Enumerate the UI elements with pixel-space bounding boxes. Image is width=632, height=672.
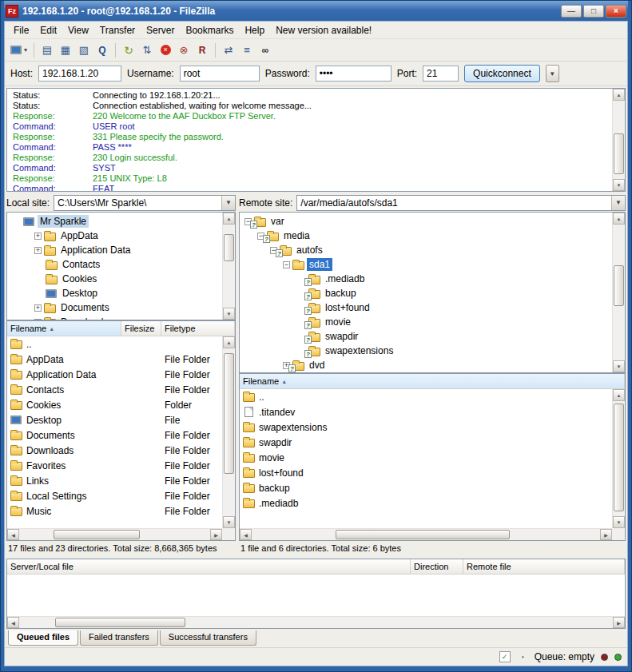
tree-item-backup[interactable]: ?backup [240,286,612,300]
tree-item-mediadb[interactable]: ?.mediadb [240,272,612,286]
menu-bookmarks[interactable]: Bookmarks [180,23,239,38]
find-files-button[interactable]: ∞ [256,42,274,59]
menu-help[interactable]: Help [239,23,270,38]
file-row[interactable]: ContactsFile Folder [7,382,222,397]
scroll-left-icon[interactable]: ◀ [7,529,19,540]
file-row[interactable]: movie [240,450,612,465]
tree-item-media[interactable]: −?media [240,229,612,243]
file-row[interactable]: swapextensions [240,420,612,435]
expander-icon[interactable]: + [34,304,42,312]
remote-list-hscrollbar[interactable]: ◀ ▶ [240,528,612,540]
scroll-left-icon[interactable]: ◀ [7,617,19,628]
remote-tree-toggle-button[interactable]: ▧ [75,42,93,59]
tree-item-appdata[interactable]: +AppData [7,229,222,243]
remote-tree-scrollbar[interactable]: ▲ ▼ [612,213,625,372]
expander-icon[interactable]: − [283,261,290,268]
tree-item-lost-found[interactable]: ?lost+found [240,300,612,315]
tree-item-documents[interactable]: +Documents [7,300,222,315]
tree-item-mr-sparkle[interactable]: Mr Sparkle [7,214,222,229]
tab-queued-files[interactable]: Queued files [8,630,78,646]
minimize-button[interactable]: — [561,5,582,18]
tree-item-movie[interactable]: ?movie [240,315,612,329]
tab-successful-transfers[interactable]: Successful transfers [160,630,256,646]
file-row[interactable]: DownloadsFile Folder [7,443,222,458]
scrollbar-thumb[interactable] [614,265,624,306]
scroll-down-icon[interactable]: ▼ [223,516,235,528]
file-row[interactable]: .mediadb [240,495,612,511]
local-site-combo[interactable]: C:\Users\Mr Sparkle\ ▼ [54,195,236,211]
scroll-right-icon[interactable]: ▶ [613,617,625,628]
menu-new-version[interactable]: New version available! [270,23,377,38]
port-input[interactable] [423,66,459,82]
queue-hscrollbar[interactable]: ◀ ▶ [7,616,625,628]
scroll-up-icon[interactable]: ▲ [223,336,235,348]
close-button[interactable]: × [606,5,626,18]
combo-arrow-icon[interactable]: ▼ [221,196,235,210]
reconnect-button[interactable]: R [193,42,211,59]
synchronized-browsing-button[interactable]: ≡ [238,42,256,59]
scrollbar-thumb[interactable] [224,353,234,474]
local-list-scrollbar[interactable]: ▲ ▼ [222,336,235,528]
file-row[interactable]: .titandev [240,404,612,420]
column-header-remote-file[interactable]: Remote file [463,559,625,574]
menu-transfer[interactable]: Transfer [94,23,141,38]
file-row[interactable]: LinksFile Folder [7,473,222,488]
remote-list-scrollbar[interactable]: ▲ ▼ [612,389,625,528]
scrollbar-thumb[interactable] [614,404,624,511]
scroll-up-icon[interactable]: ▲ [613,89,625,101]
password-input[interactable] [316,66,392,82]
scrollbar-thumb[interactable] [224,234,234,260]
scroll-down-icon[interactable]: ▼ [613,516,625,528]
file-row[interactable]: Application DataFile Folder [7,367,222,382]
file-row[interactable]: swapdir [240,435,612,450]
scroll-left-icon[interactable]: ◀ [240,529,252,540]
file-row[interactable]: MusicFile Folder [7,503,222,519]
file-row[interactable]: DocumentsFile Folder [7,427,222,443]
tree-item-var[interactable]: −?var [240,214,612,229]
file-row[interactable]: lost+found [240,465,612,480]
tree-item-downloads[interactable]: +Downloads [7,315,222,320]
tree-item-swapdir[interactable]: ?swapdir [240,329,612,344]
data-type-status-icon[interactable]: ✓ [499,651,511,662]
tree-item-sda1[interactable]: −sda1 [240,257,612,272]
username-input[interactable] [180,66,260,82]
column-header-direction[interactable]: Direction [411,559,463,574]
file-row[interactable]: Local SettingsFile Folder [7,488,222,503]
column-header-filesize[interactable]: Filesize [121,321,161,336]
refresh-button[interactable]: ↻ [120,42,137,59]
message-log-toggle-button[interactable]: ▤ [38,42,56,59]
menu-server[interactable]: Server [141,23,180,38]
queue-view-toggle-button[interactable]: Q [93,42,111,59]
menu-file[interactable]: File [8,23,34,38]
scrollbar-thumb[interactable] [336,530,510,539]
expander-icon[interactable]: + [34,247,42,254]
scroll-right-icon[interactable]: ▶ [600,529,612,540]
process-queue-button[interactable]: ⇅ [138,42,156,59]
quickconnect-button[interactable]: Quickconnect [464,65,540,82]
file-row[interactable]: .. [7,336,222,352]
scroll-up-icon[interactable]: ▲ [223,213,235,225]
scroll-up-icon[interactable]: ▲ [613,213,625,225]
scroll-up-icon[interactable]: ▲ [613,389,625,401]
site-manager-button[interactable]: ▾ [8,42,30,59]
expander-icon[interactable]: + [34,233,42,240]
tree-item-dvd[interactable]: +?dvd [240,358,612,372]
scrollbar-thumb[interactable] [614,133,624,174]
disconnect-button[interactable]: ⊗ [175,42,193,59]
tab-failed-transfers[interactable]: Failed transfers [80,630,158,646]
expander-icon[interactable]: + [34,319,42,320]
remote-site-combo[interactable]: /var/media/autofs/sda1 ▼ [296,195,626,211]
scrollbar-thumb[interactable] [54,530,140,539]
quickconnect-dropdown-button[interactable]: ▼ [546,65,559,82]
menu-edit[interactable]: Edit [34,23,62,38]
local-list-hscrollbar[interactable]: ◀ ▶ [7,528,222,540]
column-header-filetype[interactable]: Filetype [161,321,235,336]
file-row[interactable]: CookiesFolder [7,397,222,412]
tree-item-contacts[interactable]: Contacts [7,257,222,272]
scroll-right-icon[interactable]: ▶ [210,529,222,540]
scroll-down-icon[interactable]: ▼ [613,360,625,372]
host-input[interactable] [38,66,121,82]
local-tree-scrollbar[interactable]: ▲ ▼ [222,213,235,320]
tree-item-desktop[interactable]: Desktop [7,286,222,300]
maximize-button[interactable]: □ [583,5,604,18]
